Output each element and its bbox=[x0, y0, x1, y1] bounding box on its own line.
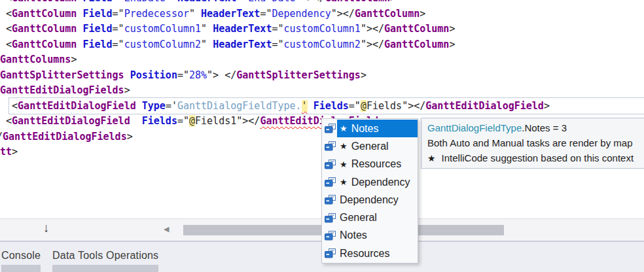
code-line: <GanttColumn Field="customColumn2" Heade… bbox=[0, 37, 550, 53]
completion-item-label: Resources bbox=[351, 158, 401, 170]
completion-item-label-area[interactable]: Notes bbox=[337, 227, 418, 245]
code-line: <GanttEditDialogField Type='GanttDialogF… bbox=[0, 99, 550, 114]
enum-member-icon bbox=[325, 231, 336, 241]
code-line: <GanttColumn Field="EndDate" HeaderText=… bbox=[0, 0, 550, 7]
intellicode-star-icon: ★ bbox=[340, 160, 348, 169]
panel-tab-bar bbox=[52, 265, 158, 272]
enum-member-icon bbox=[325, 177, 336, 187]
code-line: GanttColumns> bbox=[0, 52, 550, 68]
completion-item-label-area[interactable]: ★Dependency bbox=[337, 173, 418, 191]
panel-tab-bar bbox=[1, 265, 41, 272]
tooltip-signature: GanttDialogFieldType.Notes = 3 bbox=[427, 120, 644, 135]
tooltip-suggestion-row: ★IntelliCode suggestion based on this co… bbox=[427, 150, 644, 166]
completion-item-label: Notes bbox=[340, 230, 367, 241]
completion-item-label-area[interactable]: Dependency bbox=[337, 191, 418, 209]
completion-item-label-area[interactable]: ★Resources bbox=[337, 156, 418, 173]
intellicode-star-icon: ★ bbox=[427, 153, 436, 163]
vs-editor-screen: <GanttColumn Field="EndDate" HeaderText=… bbox=[0, 0, 644, 272]
tooltip-suggestion: IntelliCode suggestion based on this con… bbox=[442, 152, 634, 163]
code-line: <GanttColumn Field="customColumn1" Heade… bbox=[0, 22, 550, 37]
completion-item[interactable]: Resources bbox=[322, 245, 418, 262]
panel-tab-console[interactable]: Console bbox=[1, 242, 41, 272]
completion-item[interactable]: ★General bbox=[322, 137, 418, 155]
completion-item-label: Dependency bbox=[340, 194, 399, 206]
completion-item[interactable]: Dependency bbox=[322, 191, 418, 209]
scroll-down-icon[interactable]: ↓ bbox=[43, 221, 50, 235]
enum-member-icon bbox=[325, 124, 336, 133]
tooltip-type-name: GanttDialogFieldType bbox=[427, 122, 522, 133]
tooltip-member: .Notes = 3 bbox=[522, 122, 567, 133]
completion-item-label: Notes bbox=[351, 123, 379, 135]
panel-tab-label: Data Tools Operations bbox=[52, 242, 158, 262]
intellicode-star-icon: ★ bbox=[340, 177, 348, 187]
scroll-left-arrow-icon[interactable]: ◀ bbox=[164, 225, 169, 233]
code-line: GanttEditDialogFields> bbox=[0, 83, 550, 99]
completion-item-label-area[interactable]: Resources bbox=[337, 245, 418, 262]
completion-item-label: Resources bbox=[340, 248, 389, 260]
completion-item[interactable]: ★Resources bbox=[322, 156, 418, 173]
completion-item-label-area[interactable]: ★General bbox=[337, 137, 418, 155]
completion-item-label: General bbox=[351, 141, 389, 152]
enum-member-icon bbox=[325, 195, 336, 205]
panel-tab-data-tools-operations[interactable]: Data Tools Operations bbox=[52, 242, 158, 272]
enum-member-icon bbox=[325, 160, 336, 169]
enum-member-icon bbox=[325, 248, 336, 258]
completion-item[interactable]: ★Notes bbox=[322, 120, 418, 137]
completion-item-label: Dependency bbox=[351, 177, 410, 188]
completion-item[interactable]: Notes bbox=[322, 227, 418, 245]
enum-member-icon bbox=[325, 141, 336, 151]
completion-list: ★Notes★General★Resources★DependencyDepen… bbox=[321, 118, 418, 264]
intellicode-star-icon: ★ bbox=[340, 124, 348, 133]
completion-item-label-area[interactable]: ★Notes bbox=[337, 120, 418, 137]
completion-item[interactable]: General bbox=[322, 209, 418, 226]
code-line: GanttSplitterSettings Position="28%"> </… bbox=[0, 68, 550, 84]
enum-member-icon bbox=[325, 213, 336, 223]
intellisense-tooltip: GanttDialogFieldType.Notes = 3 Both Auto… bbox=[421, 118, 644, 169]
completion-item-label-area[interactable]: General bbox=[337, 209, 418, 226]
code-line: <GanttColumn Field="Predecessor" HeaderT… bbox=[0, 7, 550, 22]
completion-item-label: General bbox=[340, 212, 377, 224]
tooltip-description: Both Auto and Manual tasks are render by… bbox=[427, 135, 644, 150]
intellicode-star-icon: ★ bbox=[340, 141, 348, 151]
completion-item[interactable]: ★Dependency bbox=[322, 173, 418, 191]
panel-tab-label: Console bbox=[1, 242, 41, 262]
